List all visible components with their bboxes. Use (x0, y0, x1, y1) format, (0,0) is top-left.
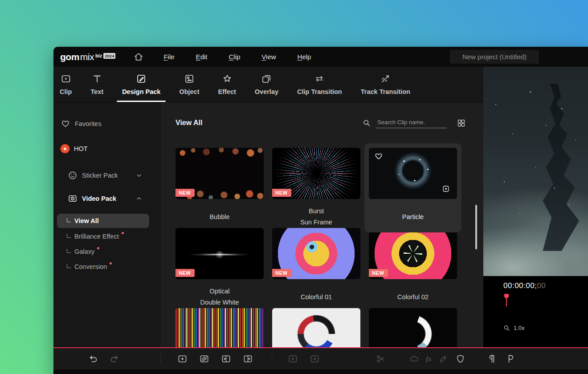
tab-effect[interactable]: Effect (218, 67, 236, 102)
new-indicator-dot (110, 262, 112, 264)
chevron-up-icon[interactable] (135, 195, 143, 203)
sidebar-item-favorites[interactable]: Favorites (53, 116, 160, 132)
new-badge: NEW (272, 189, 291, 197)
sidebar-item-video-pack[interactable]: Video Pack (53, 191, 160, 207)
clip-card-particle[interactable]: Particle (364, 143, 461, 232)
new-badge: NEW (176, 269, 195, 277)
delete-clip-button[interactable] (288, 354, 298, 364)
menu-edit[interactable]: Edit (196, 53, 208, 61)
menu-help[interactable]: Help (298, 53, 311, 61)
new-badge: NEW (176, 189, 195, 197)
zoom-control[interactable]: 1.0x (503, 324, 588, 332)
split-left-button[interactable] (221, 354, 231, 364)
new-indicator-dot (97, 247, 99, 249)
p-marker-button[interactable] (505, 354, 515, 364)
tab-track-transition[interactable]: Track Transition (361, 67, 410, 102)
clip-card-bubble[interactable]: NEW Bubble (176, 148, 264, 228)
effects-group: fx (409, 354, 466, 364)
tab-clip-transition[interactable]: Clip Transition (297, 67, 342, 102)
logo-edition: biz (95, 53, 102, 58)
clip-name: Colorful 01 (272, 286, 360, 308)
clip-thumbnail[interactable]: NEW (176, 228, 264, 279)
sidebar-item-brilliance-effect[interactable]: Brilliance Effect (53, 229, 160, 244)
clip-thumbnail[interactable]: NEW (272, 148, 360, 199)
clip-card-colorful-02[interactable]: NEW Colorful 02 (369, 228, 457, 308)
clip-card-colorful-01[interactable]: NEW Colorful 01 (272, 228, 360, 308)
tab-design-pack[interactable]: Design Pack (122, 67, 160, 102)
grid-view-button[interactable] (457, 118, 466, 128)
insert-group (177, 354, 253, 364)
split-right-button[interactable] (243, 354, 253, 364)
sidebar-item-hot[interactable]: ★ HOT (53, 141, 160, 157)
clip-thumbnail[interactable] (369, 148, 457, 199)
zoom-magnifier-icon (503, 324, 510, 332)
clip-name: Colorful 02 (369, 286, 457, 308)
clip-thumbnail[interactable]: NEW (369, 228, 457, 279)
search-bar (362, 118, 466, 128)
clip-library-panel: View All NEW Bubble NEW Burst Sun F (160, 102, 483, 347)
sidebar-item-sticker-pack[interactable]: Sticker Pack (53, 167, 160, 183)
tree-branch-icon (67, 234, 71, 238)
redo-button[interactable] (109, 354, 119, 364)
clip-card-partial-3[interactable] (369, 308, 457, 347)
menu-file[interactable]: File (163, 53, 174, 61)
clip-card-optical-double-white[interactable]: NEW Optical Double White (176, 228, 264, 308)
timecode-frames: 00 (537, 281, 546, 290)
add-to-timeline-icon[interactable] (442, 185, 450, 193)
menu-view[interactable]: View (261, 53, 276, 61)
tab-clip[interactable]: Clip (60, 67, 72, 102)
logo-year-badge: 2024 (103, 53, 115, 59)
overwrite-clip-button[interactable] (199, 354, 209, 364)
tab-overlay[interactable]: Overlay (255, 67, 278, 102)
add-clip-button[interactable] (177, 354, 188, 364)
chevron-down-icon[interactable] (135, 171, 143, 179)
menu-clip[interactable]: Clip (229, 53, 240, 61)
pencil-edit-button[interactable] (438, 354, 449, 364)
smiley-icon (68, 171, 78, 180)
favorite-heart-icon[interactable] (374, 152, 383, 161)
preview-timeline-ruler[interactable] (483, 293, 588, 313)
sidebar-item-view-all[interactable]: View All (57, 214, 149, 228)
clip-thumbnail[interactable] (369, 308, 457, 347)
pilcrow-marker-button[interactable] (487, 354, 497, 364)
vertical-scrollbar[interactable] (475, 205, 477, 249)
clip-grid: NEW Bubble NEW Burst Sun Frame Particle (176, 148, 483, 347)
clip-card-burst-sun-frame[interactable]: NEW Burst Sun Frame (272, 148, 360, 228)
logo-mix: mix (80, 52, 94, 62)
playhead-line (506, 299, 507, 306)
home-button[interactable] (133, 52, 144, 62)
sidebar-item-galaxy[interactable]: Galaxy (53, 244, 160, 259)
menu-bar: File Edit Clip View Help (163, 53, 311, 61)
clip-name: Burst Sun Frame (272, 206, 360, 228)
clip-thumbnail[interactable]: NEW (272, 228, 360, 279)
preview-video-frame[interactable] (483, 67, 588, 276)
new-indicator-dot (122, 232, 124, 234)
fx-button[interactable]: fx (426, 355, 432, 363)
preview-panel: 00:00:00;00 1.0x (483, 67, 588, 347)
shield-button[interactable] (455, 354, 466, 364)
design-pack-icon (136, 73, 147, 85)
playhead-marker[interactable] (504, 294, 509, 306)
ripple-delete-button[interactable] (310, 354, 320, 364)
history-group (88, 354, 119, 364)
project-title: New project (Untitled) (450, 50, 539, 64)
clip-thumbnail[interactable] (176, 308, 264, 347)
clip-card-partial-2[interactable] (272, 308, 360, 347)
tree-branch-icon (67, 264, 71, 268)
undo-button[interactable] (88, 354, 98, 364)
playhead-pin-icon (504, 294, 509, 299)
clip-name: Optical Double White (176, 286, 264, 308)
scissors-button[interactable] (376, 354, 386, 364)
sidebar-item-conversion[interactable]: Conversion (53, 259, 160, 274)
cloud-button[interactable] (409, 354, 419, 364)
tab-object[interactable]: Object (179, 67, 199, 102)
clip-thumbnail[interactable] (272, 308, 360, 347)
tab-text[interactable]: Text (90, 67, 103, 102)
text-icon (92, 73, 102, 85)
clip-card-partial-1[interactable] (176, 308, 264, 347)
search-input[interactable] (376, 118, 447, 128)
grid-icon (457, 118, 466, 128)
timecode-display: 00:00:00;00 (503, 281, 588, 290)
video-pack-icon (68, 194, 78, 203)
clip-thumbnail[interactable]: NEW (176, 148, 264, 199)
